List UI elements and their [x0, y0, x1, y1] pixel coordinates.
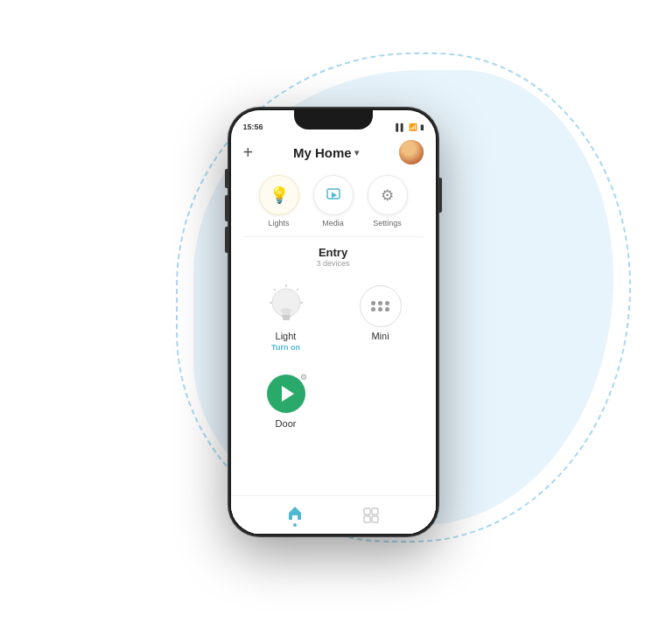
signal-icon: ▌▌ — [396, 123, 405, 131]
mini-name: Mini — [371, 331, 389, 341]
svg-marker-1 — [332, 192, 337, 199]
settings-label: Settings — [373, 219, 402, 228]
power-button — [438, 178, 442, 213]
mini-dots-top — [371, 301, 389, 305]
svg-line-7 — [274, 289, 276, 290]
media-label: Media — [322, 219, 344, 228]
light-action[interactable]: Turn on — [271, 343, 300, 352]
dot — [371, 301, 375, 305]
media-circle — [313, 175, 354, 215]
bottom-nav — [231, 495, 436, 534]
mute-button — [225, 169, 228, 188]
status-time: 15:56 — [243, 122, 263, 131]
dot — [378, 301, 382, 305]
phone-frame: 15:56 ▌▌ 📶 ▮ + My Home ▾ — [228, 108, 438, 536]
app-header: + My Home ▾ — [231, 135, 436, 168]
light-icon-container — [263, 284, 309, 329]
nav-home[interactable] — [286, 504, 304, 527]
room-section: Entry 3 devices — [231, 237, 436, 495]
avatar-image — [399, 140, 424, 164]
gear-badge-icon: ⚙ — [300, 373, 307, 382]
mini-dots-bottom — [371, 307, 389, 312]
home-title-container[interactable]: My Home ▾ — [293, 145, 359, 160]
room-device-count: 3 devices — [243, 259, 424, 268]
device-light[interactable]: Light Turn on — [243, 278, 329, 357]
volume-down-button — [225, 227, 228, 253]
chevron-down-icon: ▾ — [354, 148, 359, 158]
dot — [385, 307, 389, 312]
lights-circle: 💡 — [259, 175, 299, 215]
wifi-icon: 📶 — [409, 123, 417, 131]
home-icon — [286, 504, 304, 522]
svg-line-6 — [297, 289, 298, 290]
svg-rect-4 — [283, 318, 290, 320]
mini-icon-container — [358, 284, 403, 329]
dot — [378, 307, 382, 312]
door-name: Door — [276, 418, 297, 429]
dot — [371, 307, 375, 312]
nav-grid[interactable] — [362, 507, 380, 524]
phone-screen: 15:56 ▌▌ 📶 ▮ + My Home ▾ — [231, 110, 436, 534]
dot — [385, 301, 389, 305]
app-content: + My Home ▾ 💡 Lights — [231, 135, 436, 534]
svg-rect-14 — [372, 516, 378, 522]
svg-marker-10 — [282, 386, 294, 402]
phone-mockup: 15:56 ▌▌ 📶 ▮ + My Home ▾ — [228, 108, 438, 536]
svg-rect-13 — [364, 516, 370, 522]
door-play-icon — [275, 382, 298, 405]
status-icons: ▌▌ 📶 ▮ — [396, 123, 423, 131]
volume-up-button — [225, 195, 228, 221]
lights-icon: 💡 — [270, 186, 289, 205]
avatar[interactable] — [399, 140, 424, 164]
media-icon — [326, 187, 341, 203]
svg-rect-3 — [282, 315, 291, 318]
home-title-text: My Home — [293, 145, 352, 160]
add-button[interactable]: + — [243, 144, 254, 161]
device-mini[interactable]: Mini — [338, 278, 424, 357]
grid-icon — [362, 507, 380, 524]
room-title: Entry — [243, 246, 424, 259]
home-indicator — [293, 523, 297, 527]
action-media[interactable]: Media — [313, 175, 354, 228]
svg-rect-11 — [364, 508, 370, 514]
phone-notch — [294, 110, 373, 130]
mini-device-icon — [360, 285, 402, 327]
bulb-icon — [267, 284, 305, 329]
lights-label: Lights — [268, 219, 289, 228]
battery-icon: ▮ — [420, 123, 424, 131]
svg-rect-12 — [372, 508, 378, 514]
light-name: Light — [276, 331, 297, 341]
door-icon-container: ⚙ — [263, 371, 309, 416]
settings-circle: ⚙ — [368, 175, 408, 215]
settings-icon: ⚙ — [381, 186, 394, 205]
devices-grid: Light Turn on — [243, 278, 424, 434]
device-door[interactable]: ⚙ Door — [243, 366, 329, 434]
action-lights[interactable]: 💡 Lights — [259, 175, 299, 228]
quick-actions: 💡 Lights Media — [231, 168, 436, 236]
action-settings[interactable]: ⚙ Settings — [368, 175, 408, 228]
